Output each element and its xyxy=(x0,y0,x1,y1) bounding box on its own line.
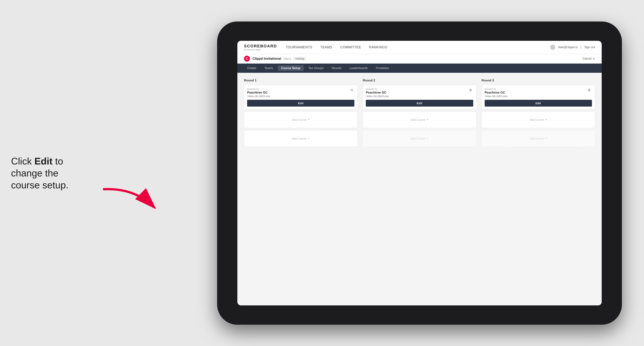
sub-header-left: C Clippd Invitational (Men) Hosting xyxy=(244,56,306,62)
round-3-course-tee: Yellow (M) (6629 yds) xyxy=(485,95,508,98)
round-1-course-info: (Course A) Peachtree GC Yellow (M) (6629… xyxy=(247,88,270,98)
round-1-add-course-1[interactable]: Add Course + xyxy=(244,112,358,128)
scoreboard-logo: SCOREBOARD Powered by clippd xyxy=(244,44,277,51)
round-1-course-tee: Yellow (M) (6629 yds) xyxy=(247,95,270,98)
sub-header: C Clippd Invitational (Men) Hosting Canc… xyxy=(237,54,602,64)
instruction-bold: Edit xyxy=(34,156,52,166)
hosting-badge: Hosting xyxy=(294,57,306,60)
round-2-add-plus-2: + xyxy=(426,137,428,140)
main-content: Round 1 (Course A) Peachtree GC Yellow (… xyxy=(237,73,602,305)
sign-out-link[interactable]: Sign out xyxy=(584,46,595,49)
round-1-edit-button[interactable]: Edit xyxy=(247,100,354,107)
round-3-add-course-1-label: Add Course xyxy=(529,118,544,121)
clippd-logo: C xyxy=(244,56,250,62)
round-1-add-course-2-label: Add Course xyxy=(292,137,306,140)
round-3-add-course-2-label: Add Course xyxy=(529,137,544,140)
round-3-course-header: (Course A) Peachtree GC Yellow (M) (6629… xyxy=(482,85,595,98)
nav-links: TOURNAMENTS TEAMS COMMITTEE RANKINGS xyxy=(286,45,550,49)
top-navigation: SCOREBOARD Powered by clippd TOURNAMENTS… xyxy=(237,41,602,54)
round-3-label: Round 3 xyxy=(482,79,595,82)
round-2-add-course-2: Add Course + xyxy=(363,130,476,147)
nav-teams[interactable]: TEAMS xyxy=(320,45,332,49)
tab-teams[interactable]: Teams xyxy=(261,65,276,71)
round-2-course-tee: Yellow (M) (6629 yds) xyxy=(366,95,389,98)
round-2-course-label: (Course A) xyxy=(366,88,389,90)
round-2-add-course-2-label: Add Course xyxy=(411,137,425,140)
round-1-course-card: (Course A) Peachtree GC Yellow (M) (6629… xyxy=(244,85,358,109)
user-avatar xyxy=(550,45,555,50)
nav-tournaments[interactable]: TOURNAMENTS xyxy=(286,45,312,49)
round-1-add-course-2[interactable]: Add Course + xyxy=(244,130,358,147)
user-email: blair@clippd.io xyxy=(558,46,578,49)
rounds-grid: Round 1 (Course A) Peachtree GC Yellow (… xyxy=(244,79,595,149)
cancel-icon: ✕ xyxy=(593,57,595,60)
cancel-button[interactable]: Cancel ✕ xyxy=(582,57,595,60)
round-2-course-header: (Course A) Peachtree GC Yellow (M) (6629… xyxy=(363,85,476,98)
arrow-indicator xyxy=(98,184,164,213)
logo-subtitle: Powered by clippd xyxy=(244,48,277,51)
screen: SCOREBOARD Powered by clippd TOURNAMENTS… xyxy=(237,41,602,305)
round-3-edit-button[interactable]: Edit xyxy=(485,100,592,107)
round-3-add-plus-1: + xyxy=(545,118,547,122)
tab-leaderboards[interactable]: Leaderboards xyxy=(346,65,371,71)
round-3-course-info: (Course A) Peachtree GC Yellow (M) (6629… xyxy=(485,88,508,98)
round-3-course-actions: 🗑 xyxy=(587,88,592,93)
round-2-label: Round 2 xyxy=(363,79,476,82)
tab-tee-groups[interactable]: Tee Groups xyxy=(305,65,327,71)
round-2-add-course-1-label: Add Course xyxy=(411,118,425,121)
round-1-column: Round 1 (Course A) Peachtree GC Yellow (… xyxy=(244,79,358,149)
tournament-gender: (Men) xyxy=(284,57,291,60)
round-2-add-course-1[interactable]: Add Course + xyxy=(363,112,476,128)
round-2-course-name: Peachtree GC xyxy=(366,91,389,94)
round-3-add-course-1[interactable]: Add Course + xyxy=(482,112,595,128)
round-2-add-plus-1: + xyxy=(426,118,428,122)
round-3-course-name: Peachtree GC xyxy=(485,91,508,94)
tab-details[interactable]: Details xyxy=(244,65,260,71)
tab-results[interactable]: Results xyxy=(328,65,345,71)
round-1-course-name: Peachtree GC xyxy=(247,91,270,94)
round-1-add-course-1-label: Add Course xyxy=(292,118,306,121)
tournament-name: Clippd Invitational xyxy=(252,57,281,61)
nav-committee[interactable]: COMMITTEE xyxy=(340,45,361,49)
round-3-course-card: (Course A) Peachtree GC Yellow (M) (6629… xyxy=(482,85,595,109)
round-2-delete-button[interactable]: 🗑 xyxy=(468,88,473,93)
round-3-add-plus-2: + xyxy=(545,137,547,140)
round-3-column: Round 3 (Course A) Peachtree GC Yellow (… xyxy=(482,79,595,149)
round-1-add-plus-2: + xyxy=(308,137,310,140)
tab-printables[interactable]: Printables xyxy=(372,65,392,71)
logo-title: SCOREBOARD xyxy=(244,44,277,48)
round-2-edit-button[interactable]: Edit xyxy=(366,100,473,107)
instruction-text: Click Edit tochange thecourse setup. xyxy=(11,155,68,191)
round-2-column: Round 2 (Course A) Peachtree GC Yellow (… xyxy=(363,79,476,149)
round-3-course-label: (Course A) xyxy=(485,88,508,90)
round-2-course-card: (Course A) Peachtree GC Yellow (M) (6629… xyxy=(363,85,476,109)
instruction-prefix: Click xyxy=(11,156,34,166)
nav-right: blair@clippd.io | Sign out xyxy=(550,45,595,50)
round-3-add-course-2: Add Course + xyxy=(482,130,595,147)
cancel-label: Cancel xyxy=(582,57,592,60)
sign-out-separator: | xyxy=(580,46,581,49)
round-2-course-actions: 🗑 xyxy=(468,88,473,93)
round-1-label: Round 1 xyxy=(244,79,358,82)
round-3-delete-button[interactable]: 🗑 xyxy=(587,88,592,93)
round-1-course-label: (Course A) xyxy=(247,88,270,90)
tabs-bar: Details Teams Course Setup Tee Groups Re… xyxy=(237,64,602,73)
nav-rankings[interactable]: RANKINGS xyxy=(369,45,387,49)
round-1-course-actions: ⧉ xyxy=(349,88,354,93)
round-1-copy-button[interactable]: ⧉ xyxy=(349,88,354,93)
round-2-course-info: (Course A) Peachtree GC Yellow (M) (6629… xyxy=(366,88,389,98)
round-1-add-plus-1: + xyxy=(308,118,310,122)
round-1-course-header: (Course A) Peachtree GC Yellow (M) (6629… xyxy=(244,85,357,98)
tablet-device: SCOREBOARD Powered by clippd TOURNAMENTS… xyxy=(217,21,622,325)
tab-course-setup[interactable]: Course Setup xyxy=(278,65,304,71)
